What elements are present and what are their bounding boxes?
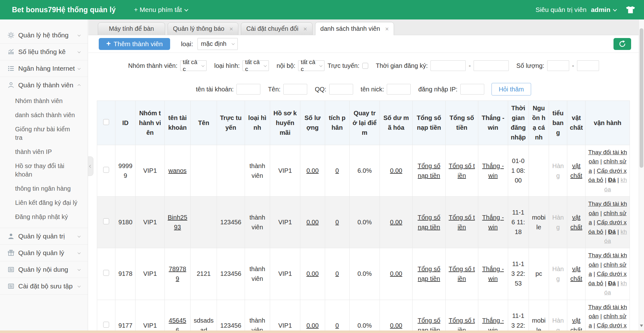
win-link[interactable]: Thắng - win (482, 162, 504, 179)
refresh-button[interactable] (613, 38, 631, 50)
sidebar-subitem-ho-so-thay-doi-tai-khoan[interactable]: Hồ sơ thay đổi tài khoản (15, 159, 78, 182)
close-icon[interactable]: × (303, 26, 307, 32)
sidebar-item-quan-ly-quan-tri[interactable]: Quản lý quản trị (0, 228, 88, 244)
account-link[interactable]: 789789 (169, 265, 186, 282)
sidebar-item-ngan-hang-internet[interactable]: Ngân hàng Internet (0, 60, 88, 77)
points-link[interactable]: 0 (336, 270, 339, 277)
sidebar-item-quan-ly-quan-ly[interactable]: Quản lý quản lý (0, 245, 88, 261)
material-link[interactable]: vật chất (570, 162, 582, 179)
theme-skin-icon[interactable] (626, 5, 635, 14)
chart-icon (8, 48, 14, 55)
chevron-down-icon (78, 234, 81, 237)
select-all-checkbox[interactable] (103, 119, 109, 125)
sidebar-item-quan-ly-noi-dung[interactable]: Quản lý nội dung (0, 261, 88, 278)
total-deposit-cell: Tổng số nạp tiền (413, 197, 445, 248)
amount-link[interactable]: 0.00 (306, 167, 319, 174)
material-link[interactable]: vật chất (570, 265, 582, 282)
scrollbar-down-arrow-icon[interactable] (640, 325, 643, 329)
total-amount-link[interactable]: Tổng số tiền (449, 214, 475, 231)
add-member-button[interactable]: + Thêm thành viên (99, 38, 170, 50)
amount-from-input[interactable] (547, 60, 569, 71)
qq-input[interactable] (329, 84, 353, 95)
action-da[interactable]: Đá (608, 280, 616, 287)
win-link[interactable]: Thắng - win (482, 317, 504, 330)
nick-filter-label: tên nick: (361, 86, 384, 93)
points-link[interactable]: 0 (336, 219, 339, 226)
material-cell: vật chất (567, 248, 586, 300)
rebate-value: 6.0% (358, 167, 372, 174)
account-link[interactable]: 456456 (169, 317, 186, 330)
sidebar-item-cai-dat-bo-suu-tap[interactable]: Cài đặt bộ sưu tập (0, 278, 88, 294)
gift-icon (8, 249, 14, 256)
row-checkbox[interactable] (103, 322, 109, 328)
row-checkbox[interactable] (103, 270, 109, 276)
type-filter-select[interactable]: tất cả c (242, 60, 269, 71)
member-group-select[interactable]: tất cả c (180, 60, 207, 71)
row-checkbox[interactable] (103, 167, 109, 173)
row-checkbox[interactable] (103, 218, 109, 224)
shortcut-menu-button[interactable]: + Menu phím tắt (134, 6, 188, 14)
points-link[interactable]: 0 (336, 322, 339, 329)
sidebar-subitem-danh-sach-thanh-vien[interactable]: danh sách thành viên (15, 108, 78, 122)
query-button[interactable]: Hỏi thăm (491, 83, 531, 96)
name-input[interactable] (283, 84, 307, 95)
actions-cell: Thay đổi tài khoản | chỉnh sửa | Cấp dướ… (586, 300, 630, 330)
sidebar-subitem-thong-tin-ngan-hang[interactable]: thông tin ngân hàng (15, 182, 78, 196)
encrypted-balance-link[interactable]: 0.00 (390, 219, 402, 226)
account-link[interactable]: Binh2593 (168, 214, 187, 231)
scrollbar-thumb[interactable] (640, 28, 643, 168)
encrypted-balance-link[interactable]: 0.00 (390, 322, 402, 329)
sidebar-subitem-dang-nhap-nhat-ky[interactable]: Đăng nhập nhật ký (15, 210, 78, 224)
total-amount-link[interactable]: Tổng số tiền (449, 317, 475, 330)
win-link[interactable]: Thắng - win (482, 214, 504, 231)
tab-quan-ly-thong-bao[interactable]: Quản lý thông báo× (168, 22, 238, 35)
encrypted-balance-link[interactable]: 0.00 (390, 167, 402, 174)
sidebar-subitem-nhom-thanh-vien[interactable]: Nhóm thành viên (15, 94, 78, 108)
member-type-cell: thành viên (245, 197, 270, 248)
total-deposit-link[interactable]: Tổng số nạp tiền (418, 214, 440, 231)
tab-cai-dat-chuyen-doi[interactable]: Cài đặt chuyển đổi× (241, 22, 312, 35)
account-link[interactable]: wanos (168, 167, 186, 174)
close-icon[interactable]: × (385, 26, 389, 32)
internal-select[interactable]: tất cả c (298, 60, 325, 71)
amount-link[interactable]: 0.00 (306, 219, 319, 226)
rebate-value: 0.0% (358, 270, 372, 277)
win-link[interactable]: Thắng - win (482, 265, 504, 282)
sidebar-item-quan-ly-he-thong[interactable]: Quản lý hệ thống (0, 27, 88, 43)
action-da[interactable]: Đá (608, 228, 616, 235)
sidebar-subitem-lien-ket-dang-ky-dai-ly[interactable]: Liên kết đăng ký đại lý (15, 196, 78, 210)
online-checkbox[interactable] (362, 63, 368, 69)
amount-link[interactable]: 0.00 (306, 270, 319, 277)
close-icon[interactable]: × (229, 26, 233, 32)
account-input[interactable] (236, 84, 260, 95)
login-time-cell: 11-13 22:53 (508, 248, 529, 300)
sidebar-collapse-handle[interactable] (88, 156, 93, 176)
total-deposit-link[interactable]: Tổng số nạp tiền (418, 162, 440, 179)
sidebar-subitem-thanh-vien-ip[interactable]: thành viên IP (15, 145, 78, 159)
sidebar-subitem-giong-nhu-bai-kiem-tra[interactable]: Giống như bài kiểm tra (15, 122, 78, 145)
total-deposit-link[interactable]: Tổng số nạp tiền (418, 317, 440, 330)
nick-input[interactable] (387, 84, 411, 95)
sidebar-item-so-lieu-thong-ke[interactable]: Số liệu thống kê (0, 44, 88, 60)
type-select[interactable]: mặc định (197, 38, 238, 50)
encrypted-balance-link[interactable]: 0.00 (390, 270, 402, 277)
user-menu[interactable]: admin (591, 6, 616, 14)
regtime-to-input[interactable] (474, 60, 509, 71)
amount-link[interactable]: 0.00 (306, 322, 319, 329)
sidebar-item-quan-ly-thanh-vien[interactable]: Quản lý thành viên (0, 77, 88, 93)
regtime-from-input[interactable] (430, 60, 466, 71)
tab-may-tinh-de-ban[interactable]: Máy tính để bàn (98, 22, 165, 35)
total-deposit-link[interactable]: Tổng số nạp tiền (418, 265, 440, 282)
vertical-scrollbar[interactable] (639, 19, 644, 330)
login-ip-input[interactable] (460, 84, 484, 95)
total-amount-link[interactable]: Tổng số tiền (449, 162, 475, 179)
action-da[interactable]: Đá (608, 177, 616, 183)
id-value: 9177 (119, 322, 133, 329)
points-link[interactable]: 0 (336, 167, 339, 174)
material-link[interactable]: vật chất (570, 317, 582, 330)
amount-to-input[interactable] (577, 60, 599, 71)
tab-danh-sach-thanh-vien[interactable]: danh sách thành viên× (315, 22, 394, 35)
material-link[interactable]: vật chất (570, 214, 582, 231)
total-amount-link[interactable]: Tổng số tiền (449, 265, 475, 282)
member-type-value: thành viên (249, 214, 265, 231)
